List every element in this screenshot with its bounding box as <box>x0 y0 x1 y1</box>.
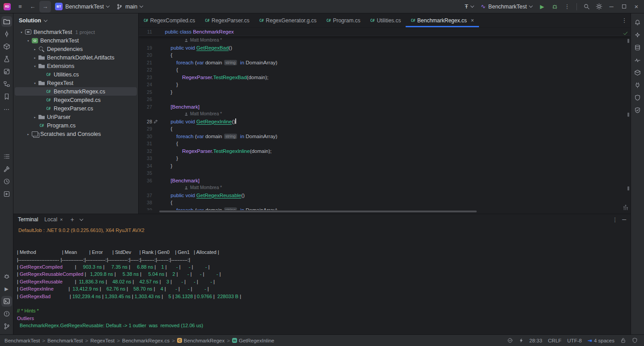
tree-item-uriparser[interactable]: ▸UriParser <box>15 113 137 121</box>
minimize-button[interactable]: ─ <box>606 1 617 13</box>
tree-chevron-icon[interactable]: ▾ <box>32 64 38 68</box>
terminal-type-chevron-icon[interactable] <box>79 217 83 220</box>
code-line[interactable]: Matt Mombrea * <box>139 37 625 44</box>
maximize-button[interactable] <box>618 1 630 13</box>
database-icon[interactable] <box>632 42 643 53</box>
code-line[interactable]: Matt Mombrea * <box>139 184 625 192</box>
code-line[interactable]: 22 { <box>139 66 625 74</box>
breadcrumb-item[interactable]: BenchmarkRegex.cs <box>122 338 169 343</box>
inspections-ok-icon[interactable] <box>623 30 628 36</box>
terminal-tab-local[interactable]: Local × <box>42 215 64 224</box>
caret-position[interactable]: 28:33 <box>530 338 542 343</box>
terminal-title[interactable]: Terminal <box>18 216 38 223</box>
problems-tool-icon[interactable] <box>1 308 12 319</box>
more-actions-button[interactable]: ⋮ <box>561 1 573 13</box>
line-separator[interactable]: CRLF <box>548 338 561 343</box>
file-lock-icon[interactable] <box>620 338 626 343</box>
profiler-icon[interactable] <box>632 55 643 65</box>
tree-chevron-icon[interactable]: ▾ <box>25 38 31 43</box>
debug-tool-icon[interactable] <box>1 271 12 282</box>
tests-tool-icon[interactable] <box>1 54 12 64</box>
code-line[interactable]: 25 } <box>139 89 625 96</box>
tree-item-regexcompiled-cs[interactable]: C#RegexCompiled.cs <box>15 96 137 104</box>
build-tool-icon[interactable] <box>1 164 12 174</box>
tree-item-benchmarktest[interactable]: ▾BenchmarkTest <box>15 36 137 45</box>
tree-item-utilities-cs[interactable]: C#Utilities.cs <box>15 70 137 79</box>
editor-code[interactable]: Matt Mombrea *19 public void GetRegexBad… <box>139 37 625 210</box>
tab-close-icon[interactable]: × <box>471 17 474 24</box>
code-line[interactable]: 26 <box>139 96 625 103</box>
close-icon[interactable]: × <box>60 217 63 222</box>
code-line[interactable]: 39 foreach (var domainstring in DomainAr… <box>139 207 625 211</box>
project-tool-icon[interactable] <box>1 16 12 27</box>
run-configuration-selector[interactable]: ∿ BenchmarkTest <box>478 2 535 11</box>
breadcrumb-item[interactable]: BenchmarkTest <box>47 338 83 343</box>
packages-tool-icon[interactable] <box>1 41 12 52</box>
code-line[interactable]: 19 public void GetRegexBad() <box>139 44 625 52</box>
dependencies-shield-icon[interactable] <box>632 92 643 103</box>
breadcrumb-item[interactable]: mGetRegexInline <box>232 338 274 343</box>
code-line[interactable]: 30 foreach (var domainstring in DomainAr… <box>139 133 625 140</box>
code-line[interactable]: 37 public void GetRegexReusable() <box>139 192 625 199</box>
breadcrumb-item[interactable]: BenchmarkTest <box>4 338 40 343</box>
todo-tool-icon[interactable] <box>1 151 12 162</box>
breadcrumb-item[interactable]: CBenchmarkRegex <box>177 338 225 343</box>
tree-chevron-icon[interactable]: ▸ <box>32 47 38 51</box>
more-tools-icon[interactable]: ⋯ <box>1 104 12 114</box>
horizontal-scrollbar[interactable] <box>159 211 477 212</box>
code-line[interactable]: 28 public void GetRegexInline() <box>139 118 625 126</box>
forward-button[interactable]: → <box>39 1 51 13</box>
terminal-output[interactable]: DefaultJob : .NET 9.0.2 (9.0.225.6610), … <box>17 227 627 333</box>
inspections-status-icon[interactable] <box>507 338 513 343</box>
terminal-tool-icon[interactable] <box>1 296 12 307</box>
editor-widget-icon[interactable] <box>623 205 629 211</box>
solution-panel-header[interactable]: Solution <box>13 13 138 28</box>
editor-tab[interactable]: C#RegexGenerator.g.cs <box>254 13 322 27</box>
code-line[interactable]: 32 RegexParser.TestRegexInline(domain); <box>139 148 625 155</box>
tree-chevron-icon[interactable]: ▸ <box>32 115 38 119</box>
endpoints-icon[interactable] <box>632 80 643 90</box>
settings-button[interactable] <box>593 1 605 13</box>
indent-style[interactable]: ⇥ 4 spaces <box>588 338 614 344</box>
protection-shield-icon[interactable] <box>632 338 638 343</box>
notifications-icon[interactable] <box>632 17 643 28</box>
terminal-minimize-button[interactable]: ─ <box>622 216 626 223</box>
tree-item-regexparser-cs[interactable]: C#RegexParser.cs <box>15 104 137 113</box>
tree-item-benchmarktest[interactable]: ▾BenchmarkTest1 project <box>15 28 137 36</box>
tree-item-regextest[interactable]: ▾RegexTest <box>15 79 137 87</box>
code-line[interactable]: 11 public class BenchmarkRegex <box>139 28 631 36</box>
editor-tab[interactable]: C#BenchmarkRegex.cs× <box>406 13 479 27</box>
terminal-more-button[interactable]: ⋮ <box>612 216 618 223</box>
close-button[interactable]: × <box>631 1 642 13</box>
package-icon[interactable] <box>632 67 643 78</box>
editor[interactable]: 11 public class BenchmarkRegex Matt Momb… <box>139 28 631 214</box>
tab-list-button[interactable]: ⋮ <box>618 13 631 27</box>
code-line[interactable]: 38 { <box>139 199 625 207</box>
code-line[interactable]: 33 } <box>139 155 625 162</box>
bookmarks-tool-icon[interactable] <box>1 91 12 102</box>
code-line[interactable]: Matt Mombrea * <box>139 110 625 118</box>
code-line[interactable]: 35 <box>139 169 625 177</box>
editor-tab[interactable]: C#RegexCompiled.cs <box>139 13 200 27</box>
new-terminal-button[interactable]: + <box>69 216 75 223</box>
code-line[interactable]: 36 [Benchmark] <box>139 177 625 185</box>
tree-item-benchmarkdotnet-artifacts[interactable]: ▸BenchmarkDotNet.Artifacts <box>15 53 137 62</box>
highlighting-level-icon[interactable] <box>519 338 524 343</box>
ai-assistant-icon[interactable] <box>632 30 643 40</box>
tree-item-dependencies[interactable]: ▸Dependencies <box>15 45 137 53</box>
tree-chevron-icon[interactable]: ▾ <box>32 81 38 85</box>
tree-item-extensions[interactable]: ▾Extensions <box>15 62 137 70</box>
code-line[interactable]: 24 } <box>139 81 625 89</box>
tree-chevron-icon[interactable]: ▾ <box>18 30 25 34</box>
structure-tool-icon[interactable] <box>1 79 12 89</box>
history-tool-icon[interactable] <box>1 176 12 187</box>
tree-item-program-cs[interactable]: C#Program.cs <box>15 121 137 130</box>
back-button[interactable]: ← <box>27 1 38 13</box>
qodana-icon[interactable] <box>632 105 643 115</box>
services-tool-icon[interactable] <box>1 189 12 199</box>
code-line[interactable]: 27 [Benchmark] <box>139 103 625 111</box>
code-line[interactable]: 34 } <box>139 162 625 170</box>
debug-button[interactable] <box>549 1 560 13</box>
editor-tab[interactable]: C#Utilities.cs <box>365 13 406 27</box>
branch-selector[interactable]: main <box>113 2 146 11</box>
